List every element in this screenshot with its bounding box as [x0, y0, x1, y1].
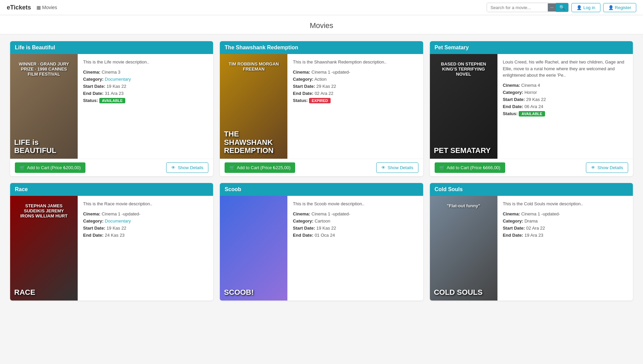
card-info: This is the Life movie description.. Cin… [78, 54, 213, 159]
show-details-label: Show Details [388, 165, 413, 170]
cinema-value: Cinema 1 -updated- [311, 70, 350, 75]
login-icon: 👤 [576, 5, 582, 10]
movies-icon: ▦ [36, 5, 41, 10]
cinema-label: Cinema: [503, 211, 520, 216]
category-label: Category: [503, 218, 523, 224]
card-footer: 🛒 Add to Cart (Price ₺666,00) 👁 Show Det… [430, 159, 633, 176]
add-to-cart-button[interactable]: 🛒 Add to Cart (Price ₺666,00) [435, 162, 505, 173]
movie-card: Pet Sematary BASED ON STEPHEN KING'S TER… [430, 41, 633, 176]
status-label: Status: [83, 98, 98, 103]
end-date-value: 02 Ara 22 [315, 91, 334, 96]
eye-icon: 👁 [171, 165, 176, 170]
start-date-row: Start Date: 19 Kas 22 [83, 226, 208, 231]
category-label: Category: [503, 90, 523, 95]
movie-poster: WINNER · GRAND JURY PRIZE · 1998 CANNES … [10, 54, 78, 159]
end-date-value: 01 Oca 24 [315, 233, 335, 238]
status-label: Status: [293, 98, 308, 103]
card-title: Pet Sematary [430, 41, 633, 54]
poster-top-text: TIM ROBBINS MORGAN FREEMAN [224, 58, 283, 75]
search-dots-button[interactable]: ··· [548, 3, 556, 11]
movie-grid: Life is Beautiful WINNER · GRAND JURY PR… [10, 41, 633, 301]
card-body: BASED ON STEPHEN KING'S TERRIFYING NOVEL… [430, 54, 633, 159]
poster-top-text: STEPHAN JAMES SUDEIKIS JEREMY IRONS WILL… [14, 200, 74, 222]
start-date-label: Start Date: [503, 226, 525, 231]
card-title: Race [10, 183, 213, 196]
movie-description: This is the Scoob movie description.. [293, 201, 417, 207]
end-date-label: End Date: [83, 91, 104, 96]
start-date-row: Start Date: 19 Kas 22 [83, 84, 208, 89]
category-row: Category: Drama [503, 218, 627, 224]
status-row: Status: AVAILABLE [503, 111, 627, 116]
poster-top-text [224, 200, 283, 207]
register-button[interactable]: 👤 Register [603, 3, 636, 12]
end-date-label: End Date: [503, 104, 523, 109]
start-date-row: Start Date: 29 Kas 22 [293, 84, 417, 89]
add-cart-label: Add to Cart (Price ₺666,00) [447, 165, 500, 170]
start-date-row: Start Date: 02 Ara 22 [503, 226, 627, 231]
card-body: WINNER · GRAND JURY PRIZE · 1998 CANNES … [10, 54, 213, 159]
movie-description: This is the Cold Souls movie description… [503, 201, 627, 207]
status-row: Status: EXPIRED [293, 98, 417, 103]
movie-card: Race STEPHAN JAMES SUDEIKIS JEREMY IRONS… [10, 183, 213, 301]
end-date-row: End Date: 19 Ara 23 [503, 233, 627, 238]
navbar: eTickets ▦ Movies ··· 🔍 👤 Log in 👤 Regis… [0, 0, 643, 15]
status-badge: AVAILABLE [99, 98, 125, 103]
card-info: Louis Creed, his wife Rachel, and their … [497, 54, 633, 159]
login-button[interactable]: 👤 Log in [571, 3, 600, 12]
movie-poster: "Flat-out funny" COLD SOULS [430, 196, 497, 301]
start-date-label: Start Date: [293, 84, 315, 89]
start-date-value: 29 Kas 22 [316, 84, 336, 89]
cinema-row: Cinema: Cinema 3 [83, 70, 208, 75]
card-body: "Flat-out funny" COLD SOULS This is the … [430, 196, 633, 301]
cinema-label: Cinema: [83, 70, 100, 75]
search-button[interactable]: 🔍 [556, 3, 568, 12]
start-date-label: Start Date: [293, 226, 315, 231]
add-to-cart-button[interactable]: 🛒 Add to Cart (Price ₺200,00) [15, 162, 85, 173]
end-date-label: End Date: [293, 233, 313, 238]
category-value: Drama [524, 218, 538, 224]
end-date-row: End Date: 01 Oca 24 [293, 233, 417, 238]
main-nav: ▦ Movies [36, 5, 481, 10]
movie-card: The Shawshank Redemption TIM ROBBINS MOR… [220, 41, 423, 176]
end-date-row: End Date: 24 Kas 23 [83, 233, 208, 238]
movie-description: This is the Race movie description.. [83, 201, 208, 207]
show-details-button[interactable]: 👁 Show Details [166, 162, 208, 173]
card-body: STEPHAN JAMES SUDEIKIS JEREMY IRONS WILL… [10, 196, 213, 301]
card-body: SCOOB! This is the Scoob movie descripti… [220, 196, 423, 301]
status-badge: EXPIRED [309, 98, 331, 103]
status-label: Status: [503, 111, 518, 116]
cart-icon: 🛒 [439, 165, 445, 170]
search-input[interactable] [487, 3, 548, 12]
register-label: Register [615, 5, 631, 10]
cinema-row: Cinema: Cinema 1 -updated- [293, 70, 417, 75]
start-date-value: 29 Kas 22 [526, 97, 546, 102]
nav-movies[interactable]: ▦ Movies [36, 5, 57, 10]
category-value: Action [314, 77, 327, 82]
show-details-button[interactable]: 👁 Show Details [376, 162, 418, 173]
show-details-button[interactable]: 👁 Show Details [586, 162, 628, 173]
cinema-row: Cinema: Cinema 4 [503, 83, 627, 88]
category-row: Category: Documentary [83, 77, 208, 82]
show-details-label: Show Details [597, 165, 623, 170]
poster-bottom-text: SCOOB! [224, 288, 283, 296]
card-title: The Shawshank Redemption [220, 41, 423, 54]
show-details-label: Show Details [178, 165, 203, 170]
end-date-value: 24 Kas 23 [105, 233, 125, 238]
end-date-row: End Date: 06 Ara 24 [503, 104, 627, 109]
category-value: Cartoon [315, 218, 330, 224]
brand-logo[interactable]: eTickets [7, 4, 31, 11]
poster-bottom-text: PET SEMATARY [434, 147, 493, 155]
poster-bottom-text: THE SHAWSHANK REDEMPTION [224, 130, 283, 155]
movie-description: This is the Life movie description.. [83, 59, 208, 66]
nav-movies-label: Movies [42, 5, 57, 10]
cinema-value: Cinema 1 -updated- [521, 211, 560, 216]
eye-icon: 👁 [591, 165, 595, 170]
category-row: Category: Action [293, 77, 417, 82]
start-date-row: Start Date: 19 Kas 22 [293, 226, 417, 231]
add-to-cart-button[interactable]: 🛒 Add to Cart (Price ₺225,00) [225, 162, 295, 173]
poster-bottom-text: LIFE is BEAUTIFUL [14, 138, 74, 155]
category-label: Category: [293, 77, 313, 82]
start-date-value: 02 Ara 22 [526, 226, 545, 231]
poster-top-text: "Flat-out funny" [434, 200, 493, 212]
card-info: This is the Race movie description.. Cin… [78, 196, 213, 301]
